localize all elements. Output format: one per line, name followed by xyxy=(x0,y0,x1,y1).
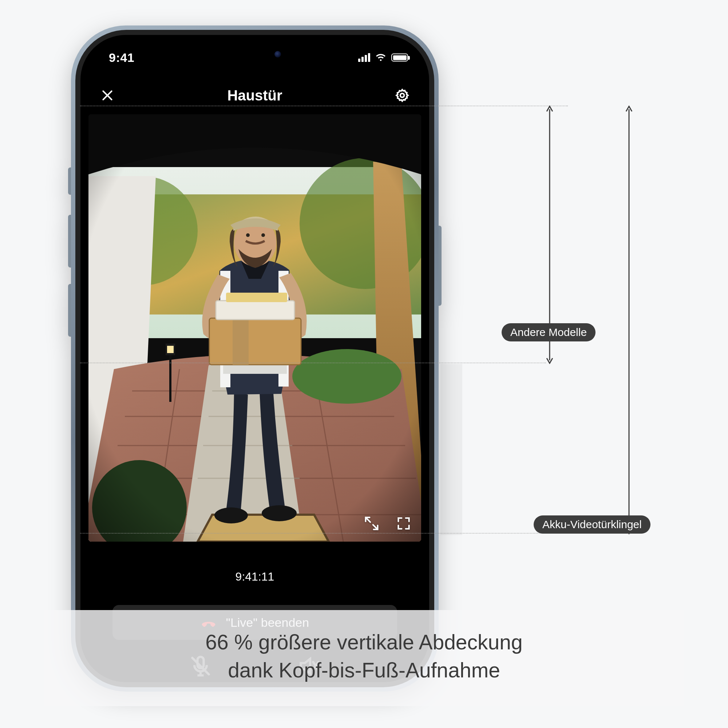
guide-top xyxy=(80,106,568,106)
battery-icon xyxy=(391,54,408,61)
phone-screen: 9:41 Haustür xyxy=(80,35,429,682)
label-this-model: Akku-Videotürklingel xyxy=(534,515,650,534)
caption-line-1: 66 % größere vertikale Abdeckung xyxy=(58,628,670,656)
camera-title: Haustür xyxy=(227,87,282,104)
gear-icon xyxy=(395,88,410,102)
phone-mockup: 9:41 Haustür xyxy=(71,26,439,691)
app-header: Haustür xyxy=(80,86,429,105)
svg-rect-21 xyxy=(89,114,421,541)
cellular-icon xyxy=(358,53,370,62)
close-icon xyxy=(100,88,115,102)
dynamic-island xyxy=(208,44,302,65)
fullscreen-button[interactable] xyxy=(396,515,412,533)
wifi-icon xyxy=(375,53,386,62)
live-video-feed[interactable] xyxy=(89,114,421,541)
caption-line-2: dank Kopf-bis-Fuß-Aufnahme xyxy=(58,656,670,684)
status-time: 9:41 xyxy=(109,50,134,65)
doorbell-camera-image xyxy=(89,114,421,541)
svg-point-0 xyxy=(401,93,404,98)
guide-bottom xyxy=(80,533,579,534)
guide-mid xyxy=(80,362,546,363)
video-timestamp: 9:41:11 xyxy=(80,570,429,583)
settings-button[interactable] xyxy=(393,86,412,105)
close-button[interactable] xyxy=(98,86,117,105)
expand-button[interactable] xyxy=(364,515,380,533)
coverage-comparison: Andere Modelle Akku-Videotürklingel xyxy=(448,106,652,535)
marketing-caption: 66 % größere vertikale Abdeckung dank Ko… xyxy=(44,610,684,706)
range-arrow-this xyxy=(625,106,633,534)
label-other-models: Andere Modelle xyxy=(502,323,595,341)
fullscreen-icon xyxy=(396,515,412,531)
expand-icon xyxy=(364,515,380,531)
